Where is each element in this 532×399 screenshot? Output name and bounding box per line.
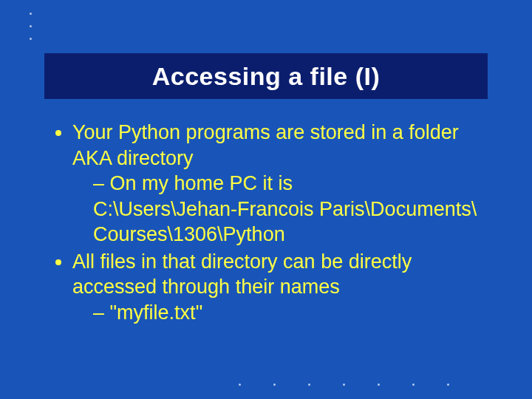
sub-bullet-1a-text: On my home PC it is: [93, 172, 293, 194]
bullet-1-text: Your Python programs are stored in a fol…: [72, 121, 459, 169]
sub-bullet-1a: On my home PC it is C:\Users\Jehan-Franc…: [93, 171, 495, 248]
decorative-dots-top-left: [30, 7, 32, 45]
bullet-item-2: All files in that directory can be direc…: [72, 249, 495, 326]
sub-bullet-2a: "myfile.txt": [93, 300, 495, 326]
bullet-item-1: Your Python programs are stored in a fol…: [72, 120, 495, 248]
slide-title: Accessing a file (I): [152, 62, 381, 91]
sub-bullet-2a-text: "myfile.txt": [93, 301, 202, 324]
path-text: C:\Users\Jehan-Francois Paris\Documents\…: [93, 197, 495, 248]
bullet-2-text: All files in that directory can be direc…: [72, 250, 412, 299]
decorative-dots-bottom-right: [222, 383, 466, 386]
title-bar: Accessing a file (I): [44, 53, 488, 99]
slide-body: Your Python programs are stored in a fol…: [52, 120, 495, 327]
